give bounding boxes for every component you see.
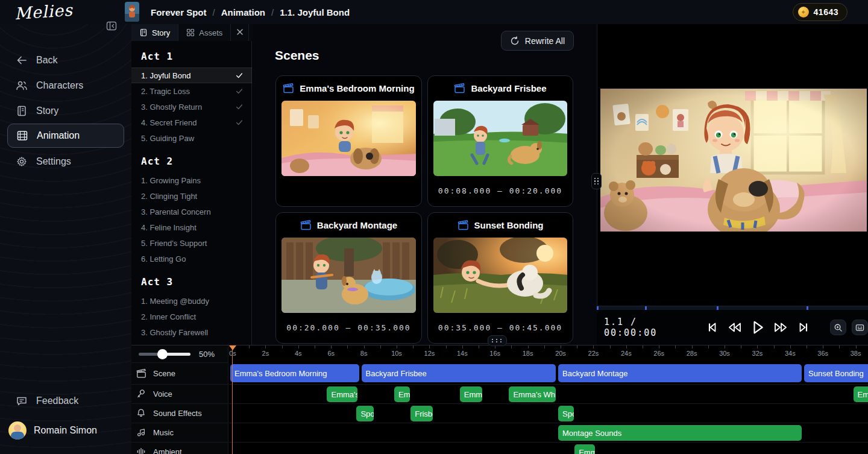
act-header: Act 3 [131,266,252,293]
sidebar-item-label: Animation [37,130,80,141]
story-scene-item[interactable]: 1. Joyful Bond [131,68,252,83]
story-panel: Story Assets Act 11. Joyful Bond2. Tragi… [131,24,252,345]
ruler-tick [528,345,529,348]
collapse-panel-icon[interactable] [105,20,118,32]
sidebar-item-feedback[interactable]: Feedback [7,389,124,413]
scene-card-title: Emma's Bedroom Morning [300,83,414,93]
playhead[interactable] [229,345,236,350]
story-scene-item[interactable]: 5. Friend's Support [131,235,252,251]
story-scene-item[interactable]: 3. Ghostly Farewell [131,324,252,340]
zoom-in-icon[interactable] [830,320,846,335]
panel-resize-handle-horizontal[interactable] [488,335,507,346]
timeline-zoom-slider[interactable] [139,349,190,359]
app-logo[interactable]: Melies [14,1,74,24]
timeline-lanes: 0s2s4s6s8s10s12s14s16s18s20s22s24s26s28s… [229,345,868,454]
ruler-tick-label: 20s [550,350,571,357]
scene-card-timecode: 00:20.000 – 00:35.000 [276,313,421,342]
breadcrumb-section[interactable]: Animation [221,7,265,17]
ruler-tick [774,345,775,348]
transport-bar: 1.1 / 00:00:00 [597,310,868,345]
sidebar-item-characters[interactable]: Characters [7,74,124,98]
story-scene-label: 6. Letting Go [141,254,186,263]
ruler-tick [823,345,823,348]
story-scene-label: 2. Clinging Tight [141,192,197,201]
story-scene-label: 2. Tragic Loss [141,87,190,96]
rewrite-icon [510,36,520,46]
story-scene-item[interactable]: 4. Secret Friend [131,115,252,130]
story-scene-item[interactable]: 3. Ghostly Return [131,99,252,115]
scene-card-backyard-montage[interactable]: Backyard Montage [275,212,422,344]
timeline-clip-voice[interactable]: Emma [460,386,482,402]
timeline-ruler[interactable]: 0s2s4s6s8s10s12s14s16s18s20s22s24s26s28s… [229,345,868,362]
ruler-tick [462,345,463,348]
scene-card-emmas-bedroom-morning[interactable]: Emma's Bedroom Morning [275,75,422,207]
captions-icon[interactable] [852,320,868,335]
ruler-tick [741,345,741,348]
track-label-text: Voice [153,389,172,399]
timeline-clip-voice[interactable]: Em [854,386,868,402]
story-scene-item[interactable]: 3. Parental Concern [131,204,252,219]
ruler-tick [364,345,365,348]
timeline-clip-voice[interactable]: Emma [394,386,410,402]
transport-buttons [703,319,812,336]
scene-card-timecode [276,176,421,205]
skip-end-button[interactable] [795,319,812,336]
timeline-clip-scene[interactable]: Sunset Bonding [804,364,868,382]
ruler-tick [298,345,299,348]
close-panel-button[interactable] [231,24,249,41]
timeline-clip-scene[interactable]: Emma's Bedroom Morning [230,364,359,382]
story-scene-label: 1. Growing Pains [141,176,201,185]
timeline-clip-sound-effects[interactable]: Spo [356,406,374,421]
lane-music: Montage Sounds [229,423,868,442]
timeline-clip-voice[interactable]: Emma's Whis [509,386,556,402]
bell-icon [136,408,146,418]
timeline-track-labels: 50% Scene Voice Sound Effects Mu [131,345,228,454]
tab-label: Story [152,28,170,37]
scene-card-backyard-frisbee[interactable]: Backyard Frisbee [427,75,573,207]
breadcrumb-project[interactable]: Forever Spot [151,7,207,17]
rewind-button[interactable] [726,319,743,336]
ruler-tick [429,345,430,348]
user-menu[interactable]: Romain Simon [8,417,125,444]
project-thumbnail[interactable] [125,2,139,22]
timeline-clip-voice[interactable]: Emma's [327,386,357,402]
story-scene-item[interactable]: 6. Letting Go [131,251,252,266]
timeline-clip-sound-effects[interactable]: Spo [558,406,574,421]
story-scene-item[interactable]: 4. New Beginning [131,340,252,345]
ruler-tick [561,345,561,348]
panel-resize-handle-vertical[interactable] [591,173,602,189]
breadcrumb-scene[interactable]: 1.1. Joyful Bond [280,7,350,17]
credits-badge[interactable]: ✦ 41643 [793,3,848,21]
sidebar-item-animation[interactable]: Animation [7,124,124,148]
fast-forward-button[interactable] [772,319,789,336]
story-scene-item[interactable]: 2. Inner Conflict [131,309,252,324]
timeline-clip-ambient[interactable]: Emma [574,444,595,454]
ruler-tick-label: 4s [288,350,309,357]
story-scene-item[interactable]: 1. Growing Pains [131,172,252,188]
scene-card-sunset-bonding[interactable]: Sunset Bonding [427,212,573,344]
play-button[interactable] [749,319,766,336]
zoom-slider-knob[interactable] [157,349,168,359]
sidebar-item-settings[interactable]: Settings [7,150,124,174]
timeline-clip-scene[interactable]: Backyard Montage [558,364,802,382]
story-scene-item[interactable]: 1. Meeting @buddy [131,293,252,309]
skip-start-button[interactable] [703,319,720,336]
timeline-clip-sound-effects[interactable]: Frisbe [410,406,433,421]
timeline-clip-music[interactable]: Montage Sounds [558,425,802,441]
tab-assets[interactable]: Assets [178,24,231,41]
tab-story[interactable]: Story [131,24,178,41]
preview-scrubber[interactable] [597,306,868,310]
story-scene-item[interactable]: 2. Clinging Tight [131,188,252,204]
story-scene-item[interactable]: 5. Guiding Paw [131,130,252,146]
story-scene-item[interactable]: 4. Feline Insight [131,219,252,235]
ruler-tick-label: 24s [616,350,637,357]
story-acts-list: Act 11. Joyful Bond2. Tragic Loss3. Ghos… [131,41,252,345]
rewrite-all-button[interactable]: Rewrite All [501,31,574,51]
sidebar-item-back[interactable]: Back [7,48,124,72]
ruler-tick-label: 2s [255,350,275,357]
check-icon [235,71,244,80]
timeline-clip-scene[interactable]: Backyard Frisbee [362,364,556,382]
microphone-icon [136,389,146,399]
sidebar-item-story[interactable]: Story [7,99,124,123]
story-scene-item[interactable]: 2. Tragic Loss [131,83,252,99]
